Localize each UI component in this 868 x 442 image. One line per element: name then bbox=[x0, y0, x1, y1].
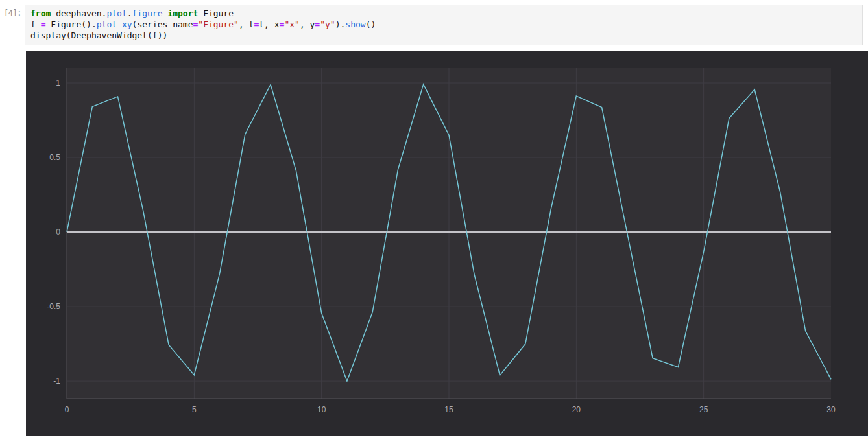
code-token-str: "x" bbox=[284, 19, 299, 29]
x-tick-label: 30 bbox=[826, 405, 836, 414]
code-token-pl: (series_name bbox=[132, 19, 193, 29]
code-token-kw: from bbox=[30, 8, 51, 18]
code-token-pl: Figure(). bbox=[45, 19, 96, 29]
notebook-page: [4]: from deephaven.plot.figure import F… bbox=[0, 0, 868, 442]
x-tick-label: 5 bbox=[192, 405, 197, 414]
code-token-pl: () bbox=[366, 19, 376, 29]
y-tick-label: -1 bbox=[53, 377, 60, 386]
code-token-pl: Figure bbox=[198, 8, 234, 18]
code-token-kw: import bbox=[167, 8, 198, 18]
code-cell[interactable]: from deephaven.plot.figure import Figure… bbox=[25, 5, 863, 45]
x-tick-label: 25 bbox=[699, 405, 708, 414]
deephaven-chart-widget[interactable]: 051015202530-1-0.500.51 bbox=[26, 51, 868, 436]
x-tick-label: 10 bbox=[317, 405, 326, 414]
y-tick-label: 0.5 bbox=[49, 153, 60, 162]
y-tick-label: 1 bbox=[56, 78, 60, 87]
code-token-str: "Figure" bbox=[198, 19, 239, 29]
y-tick-label: -0.5 bbox=[47, 302, 60, 311]
code-token-pl: display(DeephavenWidget(f)) bbox=[30, 30, 167, 40]
x-tick-label: 0 bbox=[65, 405, 69, 414]
x-tick-label: 20 bbox=[572, 405, 581, 414]
x-tick-label: 15 bbox=[444, 405, 453, 414]
code-token-pl: t, x bbox=[259, 19, 279, 29]
code-editor[interactable]: from deephaven.plot.figure import Figure… bbox=[30, 8, 862, 41]
code-token-pl: , t bbox=[239, 19, 254, 29]
code-token-str: "y" bbox=[320, 19, 335, 29]
code-token-pl: . bbox=[127, 8, 132, 18]
code-token-op: = bbox=[315, 19, 320, 29]
line-chart[interactable]: 051015202530-1-0.500.51 bbox=[26, 51, 868, 436]
y-tick-label: 0 bbox=[56, 227, 60, 237]
code-token-pl: , y bbox=[300, 19, 315, 29]
code-token-pl: ). bbox=[335, 19, 346, 29]
code-token-prop: show bbox=[345, 19, 365, 29]
execution-count: [4]: bbox=[0, 8, 21, 17]
code-token-prop: plot bbox=[106, 8, 127, 18]
code-token-pl: deephaven. bbox=[51, 8, 106, 18]
code-token-pl: f bbox=[30, 19, 41, 29]
code-token-prop: plot_xy bbox=[97, 19, 132, 29]
code-token-prop: figure bbox=[132, 8, 163, 18]
